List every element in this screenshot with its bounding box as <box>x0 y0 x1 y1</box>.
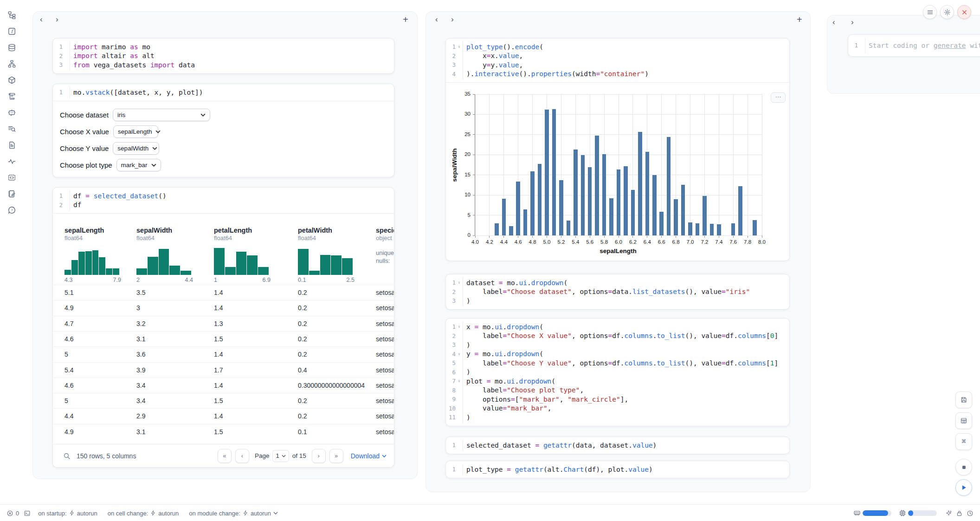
table-row[interactable]: 53.41.50.2setosa <box>53 393 394 409</box>
interrupt-button[interactable] <box>955 459 972 475</box>
code-editor[interactable]: 1plot_type = getattr(alt.Chart(df), plot… <box>446 461 789 478</box>
fold-arrow-icon[interactable]: ∨ <box>456 379 463 383</box>
cell-dataset-dropdown[interactable]: 1∨dataset = mo.ui.dropdown(2 label="Choo… <box>445 274 790 310</box>
table-row[interactable]: 5.13.51.40.2setosa <box>53 285 394 300</box>
scratchpad-code-input[interactable]: 1Start coding or generate with AI <box>848 35 980 56</box>
terminal-button[interactable] <box>24 510 31 517</box>
sidebar-item-script-scroll[interactable] <box>6 91 17 101</box>
on-cell-change-setting[interactable]: on cell change: autorun <box>108 510 179 517</box>
sidebar-item-help-bubble[interactable]: ? <box>6 205 17 215</box>
layout-button[interactable] <box>955 412 972 429</box>
run-all-button[interactable] <box>955 479 972 496</box>
cell-imports[interactable]: 1import marimo as mo2import altair as al… <box>52 38 394 74</box>
download-button[interactable]: Download <box>351 452 387 460</box>
cell-scratchpad[interactable]: 1Start coding or generate with AI <box>848 34 980 57</box>
sidebar-item-package-cube[interactable] <box>6 75 17 85</box>
table-column-header[interactable]: sepalLengthfloat644.37.9 <box>64 227 121 283</box>
table-row[interactable]: 4.93.11.50.1setosa <box>53 424 394 440</box>
command-palette-button[interactable]: ⌘ <box>955 433 972 450</box>
chart-bar[interactable] <box>595 136 599 235</box>
table-row[interactable]: 4.42.91.40.2setosa <box>53 408 394 424</box>
bar-chart[interactable]: 4.04.24.44.64.85.05.25.45.65.86.06.26.46… <box>475 94 762 236</box>
page-select[interactable]: 1 <box>272 450 289 462</box>
sidebar-item-function-f[interactable]: f <box>6 26 17 36</box>
table-row[interactable]: 5.43.91.70.4setosa <box>53 362 394 378</box>
sidebar-item-code-snippet[interactable] <box>6 172 17 182</box>
fold-arrow-icon[interactable]: ∨ <box>456 325 463 329</box>
column1-prev-button[interactable]: ‹ <box>40 16 43 23</box>
cell-selected-dataset[interactable]: 1selected_dataset = getattr(data, datase… <box>445 436 790 454</box>
chart-bar[interactable] <box>516 182 520 235</box>
chart-bar[interactable] <box>738 186 742 235</box>
chart-bar[interactable] <box>574 150 578 235</box>
chart-bar[interactable] <box>731 223 735 235</box>
ai-sparkle-button[interactable] <box>945 510 952 517</box>
on-startup-setting[interactable]: on startup: autorun <box>38 510 97 517</box>
scratchpad-next-button[interactable]: › <box>851 19 854 26</box>
chart-bar[interactable] <box>567 221 571 235</box>
chart-bar[interactable] <box>609 198 613 235</box>
chart-bar[interactable] <box>631 190 635 235</box>
chart-bar[interactable] <box>659 212 664 235</box>
column1-next-button[interactable]: › <box>56 16 58 23</box>
chart-bar[interactable] <box>617 169 621 235</box>
chart-bar[interactable] <box>624 166 628 235</box>
sidebar-item-doc-search[interactable] <box>6 124 17 134</box>
chart-bar[interactable] <box>688 222 692 235</box>
lock-button[interactable] <box>956 510 963 517</box>
settings-button[interactable] <box>940 5 954 19</box>
code-editor[interactable]: 1import marimo as mo2import altair as al… <box>53 39 394 73</box>
notebook-menu-button[interactable] <box>923 5 937 19</box>
fold-arrow-icon[interactable]: ∨ <box>456 280 463 285</box>
code-editor[interactable]: 1mo.vstack([dataset, x, y, plot]) <box>53 84 394 101</box>
chart-bar[interactable] <box>717 224 721 235</box>
error-count-badge[interactable]: 0 <box>6 510 19 517</box>
table-row[interactable]: 4.63.11.50.2setosa <box>53 331 394 347</box>
scratchpad-prev-button[interactable]: ‹ <box>832 19 835 26</box>
chart-bar[interactable] <box>681 185 685 235</box>
next-page-button[interactable]: › <box>312 449 326 463</box>
chart-bar[interactable] <box>753 220 757 235</box>
chart-bar[interactable] <box>696 223 700 235</box>
table-row[interactable]: 4.931.40.2setosa <box>53 300 394 316</box>
chart-bar[interactable] <box>638 132 642 235</box>
column2-prev-button[interactable]: ‹ <box>435 16 438 23</box>
table-column-header[interactable]: petalWidthfloat640.12.5 <box>298 227 355 283</box>
table-row[interactable]: 4.63.41.40.30000000000000004setosa <box>53 378 394 393</box>
code-editor[interactable]: 1selected_dataset = getattr(data, datase… <box>446 437 789 454</box>
sidebar-item-database[interactable] <box>6 42 17 52</box>
fold-arrow-icon[interactable]: ∨ <box>456 352 463 356</box>
chart-bar[interactable] <box>545 110 549 235</box>
prev-page-button[interactable]: ‹ <box>235 449 249 463</box>
chart-bar[interactable] <box>652 175 657 235</box>
dropdown-choose-plot-type[interactable]: mark_bar <box>116 159 161 171</box>
chart-bar[interactable] <box>509 226 513 235</box>
sidebar-item-file-tree[interactable] <box>6 10 17 20</box>
chart-bar[interactable] <box>667 137 671 235</box>
cell-dataframe[interactable]: 1df = selected_dataset()2df sepalLengthf… <box>52 187 394 468</box>
column2-add-cell-button[interactable]: + <box>797 15 802 24</box>
chart-bar[interactable] <box>602 154 606 235</box>
chart-bar[interactable] <box>523 209 528 235</box>
table-column-header[interactable]: sepalWidthfloat6424.4 <box>136 227 193 283</box>
code-editor[interactable]: 1∨dataset = mo.ui.dropdown(2 label="Choo… <box>446 274 789 309</box>
chart-expand-button[interactable]: ⋯ <box>771 92 786 103</box>
chart-bar[interactable] <box>530 171 535 235</box>
table-row[interactable]: 4.73.21.30.2setosa <box>53 316 394 332</box>
sidebar-item-document[interactable] <box>6 140 17 150</box>
dropdown-choose-y-value[interactable]: sepalWidth <box>113 142 159 155</box>
last-page-button[interactable]: » <box>329 449 343 463</box>
sidebar-item-activity-pulse[interactable] <box>6 156 17 166</box>
cell-plot[interactable]: 1∨plot_type().encode(2 x=x.value,3 y=y.v… <box>445 38 790 261</box>
sidebar-item-hierarchy[interactable] <box>6 59 17 69</box>
dropdown-choose-dataset[interactable]: iris <box>113 109 210 121</box>
sidebar-item-chat-bot[interactable] <box>6 107 17 117</box>
fold-arrow-icon[interactable]: ∨ <box>456 45 463 49</box>
table-row[interactable]: 53.61.40.2setosa <box>53 346 394 362</box>
table-column-header[interactable]: petalLengthfloat6416.9 <box>214 227 271 283</box>
code-editor[interactable]: 1∨plot_type().encode(2 x=x.value,3 y=y.v… <box>446 39 789 83</box>
column2-next-button[interactable]: › <box>451 16 454 23</box>
code-editor[interactable]: 1∨x = mo.ui.dropdown(2 label="Choose X v… <box>446 319 789 426</box>
chart-bar[interactable] <box>538 164 542 235</box>
cell-plot-type[interactable]: 1plot_type = getattr(alt.Chart(df), plot… <box>445 461 790 478</box>
